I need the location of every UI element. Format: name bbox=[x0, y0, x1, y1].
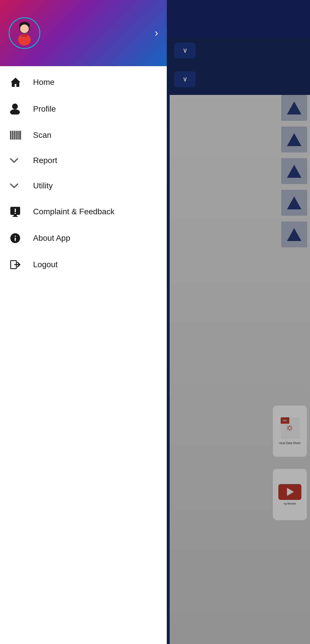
home-icon bbox=[10, 77, 24, 87]
sidebar-item-logout[interactable]: Logout bbox=[0, 251, 167, 278]
utility-chevron-icon bbox=[10, 183, 24, 189]
sidebar-item-complaint[interactable]: Complaint & Feedback bbox=[0, 198, 167, 225]
person-icon bbox=[10, 104, 24, 114]
report-chevron-icon bbox=[10, 158, 24, 163]
svg-rect-17 bbox=[20, 131, 21, 139]
feedback-icon bbox=[10, 207, 24, 217]
sidebar-item-utility[interactable]: Utility bbox=[0, 173, 167, 198]
logout-icon bbox=[10, 259, 24, 270]
svg-rect-16 bbox=[19, 131, 20, 139]
svg-rect-20 bbox=[13, 216, 18, 217]
about-label: About App bbox=[33, 234, 70, 243]
avatar-image bbox=[12, 20, 37, 46]
logout-label: Logout bbox=[33, 260, 58, 269]
svg-rect-25 bbox=[15, 236, 16, 237]
svg-rect-8 bbox=[10, 131, 11, 139]
svg-point-2 bbox=[20, 24, 29, 33]
report-label: Report bbox=[33, 156, 57, 165]
svg-rect-10 bbox=[12, 131, 13, 139]
home-label: Home bbox=[33, 78, 55, 87]
svg-point-7 bbox=[10, 109, 20, 114]
drawer-header: › bbox=[0, 0, 167, 66]
avatar[interactable] bbox=[9, 17, 40, 49]
scan-label: Scan bbox=[33, 131, 51, 140]
sidebar-item-home[interactable]: Home bbox=[0, 69, 167, 95]
info-icon bbox=[10, 233, 24, 243]
svg-rect-15 bbox=[18, 131, 18, 139]
svg-rect-14 bbox=[17, 131, 18, 139]
svg-rect-22 bbox=[15, 213, 16, 214]
sidebar-item-scan[interactable]: Scan bbox=[0, 123, 167, 148]
complaint-label: Complaint & Feedback bbox=[33, 207, 114, 216]
svg-rect-9 bbox=[12, 131, 12, 139]
sidebar-item-profile[interactable]: Profile bbox=[0, 95, 167, 123]
navigation-drawer: › Home Profile bbox=[0, 0, 167, 644]
svg-rect-12 bbox=[14, 131, 15, 139]
svg-rect-13 bbox=[16, 131, 16, 139]
drawer-menu: Home Profile bbox=[0, 66, 167, 644]
utility-label: Utility bbox=[33, 181, 53, 190]
profile-navigate-button[interactable]: › bbox=[155, 27, 158, 39]
svg-rect-4 bbox=[22, 34, 27, 37]
svg-rect-24 bbox=[15, 238, 16, 241]
barcode-icon bbox=[10, 131, 24, 140]
svg-marker-5 bbox=[11, 78, 20, 87]
svg-rect-11 bbox=[14, 131, 14, 139]
sidebar-item-about[interactable]: About App bbox=[0, 225, 167, 251]
svg-rect-21 bbox=[15, 209, 16, 212]
sidebar-item-report[interactable]: Report bbox=[0, 148, 167, 173]
profile-label: Profile bbox=[33, 104, 56, 114]
svg-point-6 bbox=[12, 104, 18, 109]
